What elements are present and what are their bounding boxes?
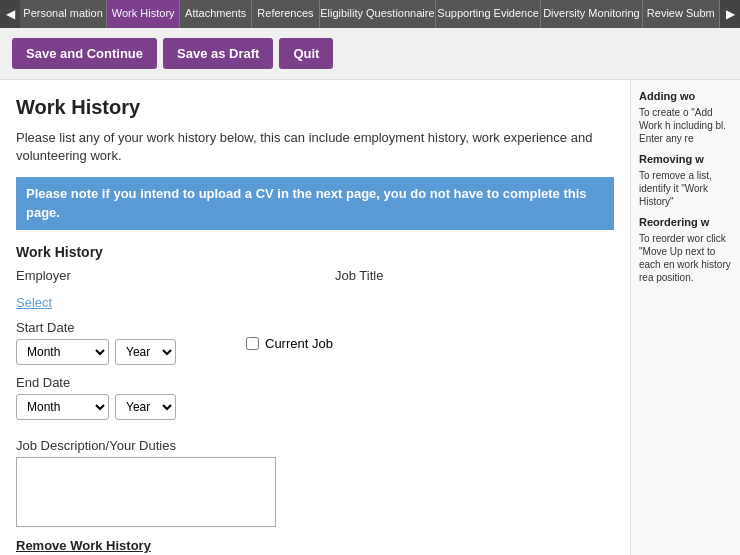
end-month-select[interactable]: Month JanuaryFebruaryMarch AprilMayJune … bbox=[16, 394, 109, 420]
tab-item-0[interactable]: Personal mation bbox=[20, 0, 107, 28]
tab-item-2[interactable]: Attachments bbox=[180, 0, 252, 28]
tab-item-4[interactable]: Eligibility Questionnaire bbox=[320, 0, 436, 28]
sidebar-removing-text: To remove a list, identify it "Work Hist… bbox=[639, 169, 732, 208]
current-job-row: Current Job bbox=[246, 336, 333, 351]
remove-work-history-link[interactable]: Remove Work History bbox=[16, 538, 614, 553]
end-date-section: End Date Month JanuaryFebruaryMarch Apri… bbox=[16, 375, 176, 420]
save-draft-button[interactable]: Save as Draft bbox=[163, 38, 273, 69]
tab-item-7[interactable]: Review Subm bbox=[643, 0, 720, 28]
start-year-select[interactable]: Year 202420232022 202120202019 bbox=[115, 339, 176, 365]
description-text: Please list any of your work history bel… bbox=[16, 129, 614, 165]
action-bar: Save and Continue Save as Draft Quit bbox=[0, 28, 740, 80]
tab-nav-prev[interactable]: ◀ bbox=[0, 0, 20, 28]
start-date-selects: Month JanuaryFebruaryMarch AprilMayJune … bbox=[16, 339, 176, 365]
current-job-label: Current Job bbox=[265, 336, 333, 351]
sidebar-adding-heading: Adding wo bbox=[639, 90, 732, 102]
start-date-section: Start Date Month JanuaryFebruaryMarch Ap… bbox=[16, 320, 176, 365]
select-link[interactable]: Select bbox=[16, 295, 614, 310]
main-content: Work History Please list any of your wor… bbox=[0, 80, 740, 555]
highlight-note: Please note if you intend to upload a CV… bbox=[16, 177, 614, 229]
tab-item-1[interactable]: Work History bbox=[107, 0, 180, 28]
job-description-textarea[interactable] bbox=[16, 457, 276, 527]
sidebar: Adding wo To create o "Add Work h includ… bbox=[630, 80, 740, 555]
sidebar-reordering-heading: Reordering w bbox=[639, 216, 732, 228]
save-continue-button[interactable]: Save and Continue bbox=[12, 38, 157, 69]
end-date-selects: Month JanuaryFebruaryMarch AprilMayJune … bbox=[16, 394, 176, 420]
start-date-label: Start Date bbox=[16, 320, 176, 335]
sidebar-adding-text: To create o "Add Work h including bl. En… bbox=[639, 106, 732, 145]
employer-label: Employer bbox=[16, 268, 295, 283]
section-title: Work History bbox=[16, 244, 614, 260]
end-year-select[interactable]: Year 202420232022 202120202019 bbox=[115, 394, 176, 420]
content-left: Work History Please list any of your wor… bbox=[0, 80, 630, 555]
tab-item-3[interactable]: References bbox=[252, 0, 320, 28]
tab-navigation: ◀ Personal mationWork HistoryAttachments… bbox=[0, 0, 740, 28]
current-job-checkbox[interactable] bbox=[246, 337, 259, 350]
tab-nav-next[interactable]: ▶ bbox=[720, 0, 740, 28]
end-date-label: End Date bbox=[16, 375, 176, 390]
tab-item-5[interactable]: Supporting Evidence bbox=[436, 0, 541, 28]
job-title-label: Job Title bbox=[335, 268, 614, 283]
job-description-label: Job Description/Your Duties bbox=[16, 438, 614, 453]
form-row-headers: Employer Job Title bbox=[16, 268, 614, 287]
sidebar-removing-heading: Removing w bbox=[639, 153, 732, 165]
quit-button[interactable]: Quit bbox=[279, 38, 333, 69]
page-title: Work History bbox=[16, 96, 614, 119]
sidebar-reordering-text: To reorder wor click "Move Up next to ea… bbox=[639, 232, 732, 284]
start-month-select[interactable]: Month JanuaryFebruaryMarch AprilMayJune … bbox=[16, 339, 109, 365]
tab-item-6[interactable]: Diversity Monitoring bbox=[541, 0, 642, 28]
